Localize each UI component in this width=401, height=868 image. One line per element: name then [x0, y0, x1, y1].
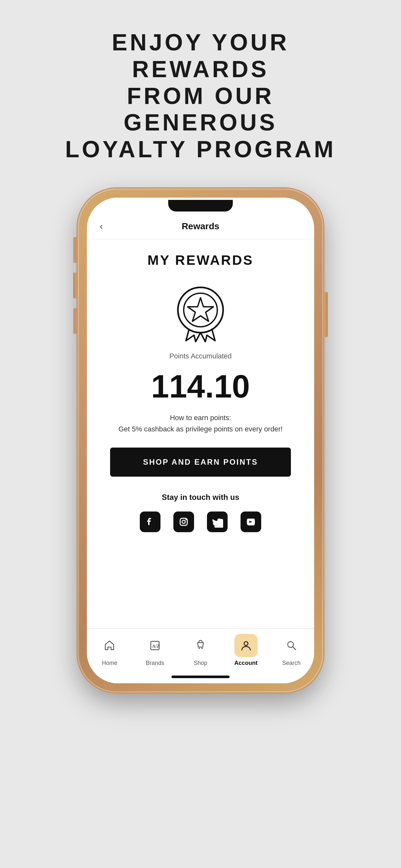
twitter-icon[interactable] [207, 512, 227, 532]
notch [168, 200, 233, 212]
home-bar [172, 676, 229, 678]
screen-content: MY REWARDS [87, 240, 314, 628]
svg-point-5 [185, 519, 187, 520]
points-accumulated-label: Points Accumulated [169, 352, 232, 361]
earn-info-line2: Get 5% cashback as privilege points on e… [119, 423, 283, 435]
back-button[interactable]: ‹ [100, 221, 103, 231]
youtube-icon[interactable] [241, 512, 261, 532]
tab-shop[interactable]: Shop [178, 634, 223, 666]
shop-and-earn-button[interactable]: SHOP AND EARN POINTS [110, 447, 291, 476]
reward-badge-icon [172, 281, 229, 345]
page-headline: ENJOY YOUR REWARDS FROM OUR GENEROUS LOY… [55, 29, 346, 163]
points-value: 114.10 [151, 370, 250, 402]
stay-in-touch-label: Stay in touch with us [162, 493, 239, 502]
nav-bar: ‹ Rewards [87, 214, 314, 240]
tab-account[interactable]: Account [223, 634, 269, 666]
headline-line1: ENJOY YOUR REWARDS [112, 29, 289, 82]
tab-home-icon-wrapper [98, 634, 121, 657]
my-rewards-title: MY REWARDS [148, 252, 254, 268]
tab-home-label: Home [102, 660, 117, 666]
tab-brands-icon-wrapper: A/Z [143, 634, 166, 657]
screen-title: Rewards [182, 221, 220, 231]
headline-line3: LOYALTY PROGRAM [65, 136, 336, 162]
headline-line2: FROM OUR GENEROUS [124, 83, 277, 135]
svg-point-10 [244, 642, 248, 646]
phone-mockup: ‹ Rewards MY REWARDS [78, 189, 323, 692]
tab-brands[interactable]: A/Z Brands [132, 634, 178, 666]
tab-search[interactable]: Search [269, 634, 314, 666]
facebook-icon[interactable] [140, 512, 160, 532]
social-icons-row [140, 512, 261, 532]
phone-screen: ‹ Rewards MY REWARDS [87, 197, 314, 683]
instagram-icon[interactable] [174, 512, 194, 532]
svg-point-8 [198, 648, 200, 649]
earn-info-line1: How to earn points: [119, 412, 283, 423]
tab-search-icon-wrapper [280, 634, 303, 657]
social-section: Stay in touch with us [140, 493, 261, 532]
tab-shop-label: Shop [194, 660, 207, 666]
earn-info: How to earn points: Get 5% cashback as p… [119, 412, 283, 435]
home-indicator [87, 671, 314, 683]
svg-text:A/Z: A/Z [152, 644, 159, 649]
svg-point-9 [202, 648, 203, 649]
notch-area [87, 197, 314, 214]
tab-search-label: Search [282, 660, 301, 666]
tab-account-icon-wrapper [235, 634, 258, 657]
tab-home[interactable]: Home [87, 634, 132, 666]
tab-brands-label: Brands [146, 660, 164, 666]
svg-marker-2 [188, 298, 213, 321]
svg-point-4 [182, 520, 185, 523]
svg-point-0 [178, 287, 223, 333]
tab-bar: Home A/Z Brands [87, 628, 314, 671]
tab-shop-icon-wrapper [189, 634, 212, 657]
phone-frame: ‹ Rewards MY REWARDS [78, 189, 323, 692]
tab-account-label: Account [235, 660, 258, 666]
